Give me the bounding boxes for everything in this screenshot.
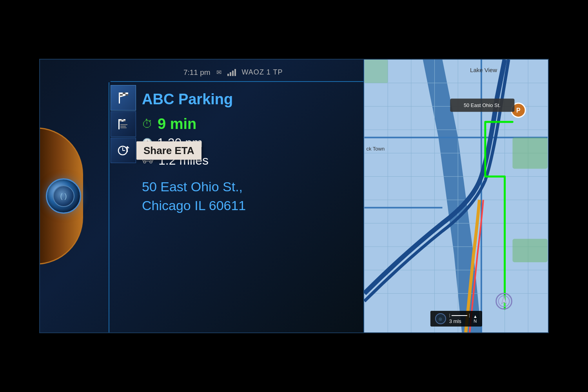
address-line2: Chicago IL 60611 [142, 196, 356, 215]
svg-rect-49 [513, 239, 548, 262]
svg-rect-5 [120, 94, 123, 96]
svg-rect-50 [365, 60, 388, 83]
old-town-label: ck Town [366, 146, 385, 152]
screen-wrapper: ( ) 7:11 pm ✉ WAOZ 1 TP [39, 59, 549, 333]
svg-rect-48 [513, 138, 548, 169]
compass-arrow: ▲ [473, 314, 477, 319]
controller-knob-inner: ( ) [53, 185, 74, 207]
network-label: WAOZ 1 TP [242, 68, 283, 76]
main-content: ABC Parking ⏱ 9 min 🕐 1.20 pm [142, 87, 356, 325]
svg-rect-9 [118, 119, 120, 129]
scale-line-row: | | [449, 313, 470, 318]
signal-indicator [227, 69, 236, 76]
controller-knob[interactable]: ( ) [46, 178, 81, 214]
svg-rect-18 [120, 127, 127, 128]
svg-rect-16 [120, 124, 127, 125]
destination-name: ABC Parking [142, 91, 356, 108]
svg-rect-11 [122, 119, 123, 120]
address-text: 50 East Ohio St., Chicago IL 60611 [142, 178, 356, 215]
scale-line [452, 315, 467, 316]
eta-clock-icon: ⏱ [142, 118, 153, 131]
route-button[interactable] [111, 111, 136, 137]
svg-rect-17 [120, 126, 126, 127]
scale-tick-left: | [449, 313, 450, 318]
clock-share-icon [116, 143, 131, 158]
controller-symbol: ( ) [60, 192, 67, 200]
controller-area: ( ) [40, 118, 95, 274]
flag-icon [116, 91, 131, 105]
map-panel: P 50 East Ohio St. Lake View ck Town ◎ [364, 60, 548, 332]
eta-row: ⏱ 9 min [142, 116, 356, 132]
address-line1: 50 East Ohio St., [142, 178, 356, 196]
svg-rect-12 [120, 120, 122, 122]
scale-bar: ◎ | | 3 mls ▲ N [430, 311, 482, 327]
svg-rect-0 [119, 93, 120, 103]
svg-rect-14 [123, 119, 125, 120]
svg-rect-13 [122, 120, 123, 122]
svg-rect-15 [123, 120, 125, 122]
compass-circle: ◎ [435, 313, 446, 324]
blue-accent-vertical [109, 82, 109, 332]
status-time: 7:11 pm [183, 68, 211, 77]
svg-rect-8 [125, 94, 128, 96]
route-icon [116, 117, 131, 131]
north-label: N [474, 319, 477, 323]
eta-minutes: 9 min [158, 116, 196, 132]
scale-indicator: | | 3 mls [449, 313, 470, 324]
map-svg: P 50 East Ohio St. [364, 60, 548, 332]
svg-text:50 East Ohio St.: 50 East Ohio St. [464, 102, 501, 108]
top-accent-line [111, 81, 363, 82]
lake-view-label: Lake View [470, 67, 497, 73]
svg-rect-6 [123, 94, 125, 96]
compass-icon: ◎ [439, 317, 442, 321]
scale-tick-right: | [469, 313, 470, 318]
compass-direction: ▲ N [473, 314, 477, 323]
outer-container: ( ) 7:11 pm ✉ WAOZ 1 TP [0, 0, 588, 392]
mail-icon: ✉ [216, 69, 221, 76]
share-eta-label: Share ETA [136, 141, 201, 160]
svg-text:P: P [517, 107, 521, 114]
eta-share-button[interactable]: Share ETA [111, 138, 136, 163]
svg-rect-4 [123, 93, 125, 94]
status-bar: 7:11 pm ✉ WAOZ 1 TP [111, 65, 356, 79]
svg-rect-10 [120, 119, 122, 120]
icon-sidebar: Share ETA [111, 85, 136, 164]
scale-label: 3 mls [449, 318, 470, 324]
left-panel: ( ) 7:11 pm ✉ WAOZ 1 TP [40, 60, 364, 332]
flag-button[interactable] [111, 85, 136, 111]
svg-rect-7 [125, 93, 128, 94]
share-eta-tooltip: Share ETA [136, 141, 201, 160]
svg-rect-3 [120, 93, 123, 94]
